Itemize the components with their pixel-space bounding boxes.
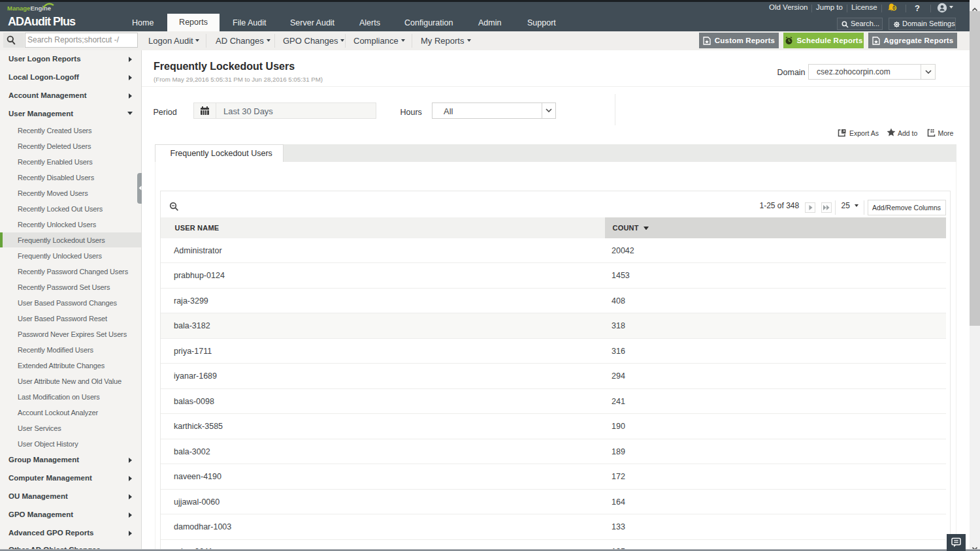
- svg-text:0: 0: [892, 5, 896, 11]
